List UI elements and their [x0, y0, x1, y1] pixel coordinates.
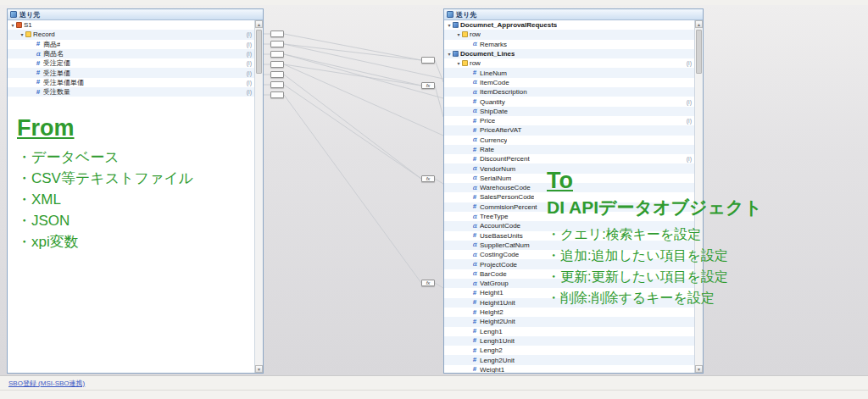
- tree-row[interactable]: ▾row(i): [444, 58, 694, 68]
- node-label: LineNum: [480, 69, 507, 77]
- tree-row[interactable]: ▾row: [444, 30, 694, 39]
- node-label: Weight1: [480, 366, 504, 373]
- occurrence-marker: (i): [687, 118, 694, 124]
- collapse-icon[interactable]: ▾: [446, 23, 453, 28]
- tree-row[interactable]: #CommisionPercent: [444, 202, 694, 212]
- node-label: PriceAfterVAT: [480, 126, 522, 134]
- node-label: 受注単価単価: [43, 78, 84, 87]
- function-node[interactable]: fx: [421, 280, 435, 286]
- occurrence-marker: (i): [247, 31, 254, 37]
- scroll-down-button[interactable]: ▼: [255, 365, 263, 373]
- tree-row[interactable]: #Lengh1: [444, 327, 694, 336]
- tree-row[interactable]: #受注定価(i): [8, 58, 254, 68]
- node-label: Document_Lines: [460, 50, 515, 58]
- node-label: ItemCode: [480, 79, 509, 86]
- collapse-icon[interactable]: ▾: [446, 52, 453, 57]
- mapping-node[interactable]: [270, 51, 284, 58]
- tree-row[interactable]: αSerialNum: [444, 174, 694, 183]
- node-label: 受注定価: [43, 58, 70, 68]
- node-label: CostingCode: [480, 251, 519, 258]
- scroll-thumb[interactable]: [696, 30, 702, 74]
- tree-row[interactable]: #Height2: [444, 308, 694, 317]
- scroll-up-button[interactable]: ▲: [255, 20, 263, 28]
- function-node[interactable]: fx: [421, 175, 435, 182]
- tree-row[interactable]: ▾S1: [8, 20, 254, 30]
- occurrence-marker: (i): [687, 99, 694, 105]
- tree-row[interactable]: #SalesPersonCode: [444, 192, 694, 202]
- mapping-node[interactable]: [270, 30, 284, 37]
- tree-row[interactable]: #Lengh2Unit: [444, 355, 694, 364]
- source-scrollbar[interactable]: ▲ ▼: [254, 20, 263, 373]
- tree-row[interactable]: #Lengh2: [444, 346, 694, 355]
- tree-row[interactable]: #Rate: [444, 145, 694, 154]
- numeric-type-icon: #: [471, 118, 478, 125]
- tree-row[interactable]: αWarehouseCode: [444, 183, 694, 192]
- tree-row[interactable]: αShipDate: [444, 107, 694, 116]
- node-label: SerialNum: [480, 175, 511, 182]
- tree-row[interactable]: #受注単価(i): [8, 68, 254, 77]
- scroll-up-button[interactable]: ▲: [695, 20, 703, 28]
- numeric-type-icon: #: [471, 194, 478, 201]
- tree-row[interactable]: αCurrency: [444, 136, 694, 145]
- tree-row[interactable]: αTreeType: [444, 212, 694, 221]
- function-node[interactable]: fx: [421, 82, 435, 89]
- alpha-type-icon: α: [471, 252, 478, 258]
- flow-link[interactable]: SBO登録 (MSI-SBO連携): [8, 379, 85, 388]
- tree-row[interactable]: #受注数量(i): [8, 87, 254, 97]
- tree-row[interactable]: αItemDescription: [444, 87, 694, 97]
- tree-row[interactable]: αVatGroup: [444, 279, 694, 288]
- mapping-node[interactable]: [421, 57, 435, 64]
- tree-row[interactable]: #Price(i): [444, 116, 694, 125]
- tree-row[interactable]: #Quantity(i): [444, 97, 694, 106]
- tree-row[interactable]: ▾Documnet_ApprovalRequests: [444, 20, 694, 30]
- mapping-node[interactable]: [270, 61, 284, 68]
- tree-row[interactable]: αRemarks: [444, 40, 694, 49]
- tree-row[interactable]: #Lengh1Unit: [444, 336, 694, 346]
- scroll-down-button[interactable]: ▼: [695, 365, 703, 373]
- tree-row[interactable]: #UseBaseUnits: [444, 231, 694, 241]
- node-label: SupplierCatNum: [480, 241, 530, 249]
- collapse-icon[interactable]: ▾: [455, 61, 462, 66]
- alpha-type-icon: α: [471, 79, 478, 86]
- tree-row[interactable]: #受注単価単価(i): [8, 78, 254, 87]
- mapping-node[interactable]: [270, 71, 284, 78]
- tree-row[interactable]: #PriceAfterVAT: [444, 125, 694, 135]
- tree-row[interactable]: αItemCode: [444, 78, 694, 87]
- tree-row[interactable]: ▾Record(i): [8, 30, 254, 39]
- tree-row[interactable]: #Height1Unit: [444, 298, 694, 308]
- collapse-icon[interactable]: ▾: [19, 32, 25, 37]
- node-label: Height1Unit: [480, 299, 515, 307]
- tree-row[interactable]: #Weight1: [444, 365, 694, 373]
- tree-row[interactable]: αBarCode: [444, 269, 694, 279]
- destination-scrollbar[interactable]: ▲ ▼: [694, 20, 703, 373]
- tree-row[interactable]: ▾Document_Lines: [444, 49, 694, 58]
- tree-row[interactable]: α商品名(i): [8, 49, 254, 58]
- node-label: Record: [33, 30, 55, 38]
- tree-row[interactable]: #Height2Unit: [444, 317, 694, 326]
- s1-icon: [16, 22, 22, 28]
- mapping-node[interactable]: [270, 81, 284, 88]
- collapse-icon[interactable]: ▾: [9, 23, 16, 28]
- tree-row[interactable]: αCostingCode: [444, 250, 694, 259]
- tree-row[interactable]: αVendorNum: [444, 163, 694, 173]
- tree-row[interactable]: αProjectCode: [444, 259, 694, 269]
- alpha-type-icon: α: [471, 280, 478, 287]
- tree-row[interactable]: αAccountCode: [444, 221, 694, 230]
- tree-row[interactable]: #LineNum: [444, 68, 694, 77]
- tree-row[interactable]: αSupplierCatNum: [444, 241, 694, 250]
- tree-row[interactable]: #DiscountPercent(i): [444, 154, 694, 163]
- node-label: Lengh2Unit: [480, 357, 515, 364]
- numeric-type-icon: #: [471, 299, 478, 306]
- tree-row[interactable]: #商品#(i): [8, 40, 254, 49]
- numeric-type-icon: #: [471, 156, 478, 163]
- scroll-thumb[interactable]: [256, 30, 262, 74]
- collapse-icon[interactable]: ▾: [455, 32, 462, 37]
- alpha-type-icon: α: [471, 213, 478, 220]
- mapping-node[interactable]: [270, 41, 284, 47]
- source-panel-header: 送り元: [8, 9, 263, 20]
- tree-row[interactable]: #Height1: [444, 288, 694, 297]
- node-label: row: [470, 30, 481, 38]
- node-label: Lengh2: [480, 346, 503, 354]
- mapping-node[interactable]: [270, 91, 284, 98]
- footer-tab-strip: SBO登録 (MSI-SBO連携): [0, 376, 868, 391]
